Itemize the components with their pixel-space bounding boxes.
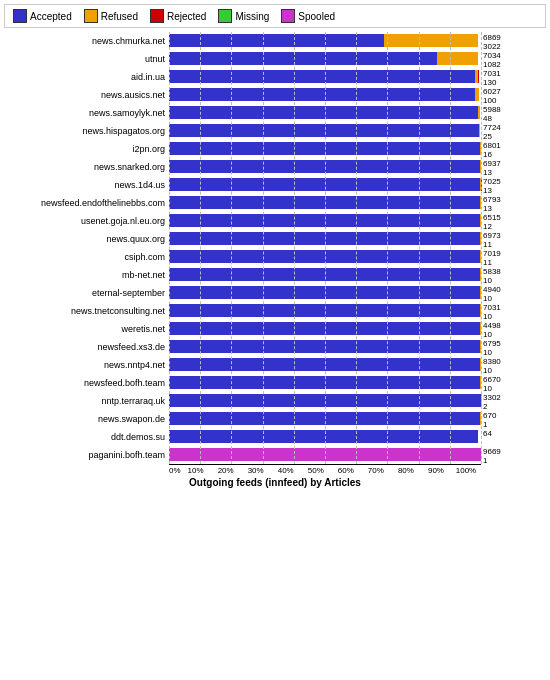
bar-segment [475, 88, 480, 101]
x-axis-label: 0% [169, 466, 181, 475]
bar-segment [169, 142, 480, 155]
chart-row: news.ausics.net6027100 [4, 86, 546, 103]
chart-row: aid.in.ua7031130 [4, 68, 546, 85]
bar-segment [437, 52, 478, 65]
bar-container: 96691 [169, 448, 546, 461]
bar-values: 679313 [483, 195, 501, 213]
chart-row: ddt.demos.su64 [4, 428, 546, 445]
x-axis-label: 50% [301, 466, 331, 475]
row-label: newsfeed.xs3.de [4, 342, 169, 352]
bar-container: 6027100 [169, 88, 546, 101]
row-label: news.hispagatos.org [4, 126, 169, 136]
bar-container: 583810 [169, 268, 546, 281]
x-axis-label: 40% [271, 466, 301, 475]
row-label: usenet.goja.nl.eu.org [4, 216, 169, 226]
bar-values: 838010 [483, 357, 501, 375]
bar-segment [169, 268, 480, 281]
spooled-label: Spooled [298, 11, 335, 22]
chart-row: news.chmurka.net68693022 [4, 32, 546, 49]
bar-segment [169, 160, 480, 173]
legend-accepted: Accepted [13, 9, 72, 23]
bar-segment [480, 232, 481, 245]
x-axis-label: 10% [181, 466, 211, 475]
chart-row: news.nntp4.net838010 [4, 356, 546, 373]
chart-row: news.quux.org697311 [4, 230, 546, 247]
bar-values: 33022 [483, 393, 501, 411]
chart-row: weretis.net449810 [4, 320, 546, 337]
bar-segment [480, 322, 481, 335]
bar-segment [169, 376, 480, 389]
accepted-label: Accepted [30, 11, 72, 22]
bar-container: 838010 [169, 358, 546, 371]
bar-container: 64 [169, 430, 546, 443]
legend: Accepted Refused Rejected Missing Spoole… [4, 4, 546, 28]
bar-container: 702513 [169, 178, 546, 191]
legend-missing: Missing [218, 9, 269, 23]
bar-container: 449810 [169, 322, 546, 335]
bar-segment [169, 88, 475, 101]
bar-container: 598848 [169, 106, 546, 119]
legend-refused: Refused [84, 9, 138, 23]
chart-row: mb-net.net583810 [4, 266, 546, 283]
chart-row: i2pn.org680116 [4, 140, 546, 157]
bar-values: 701911 [483, 249, 501, 267]
row-label: weretis.net [4, 324, 169, 334]
bar-container: 651512 [169, 214, 546, 227]
bar-container: 701911 [169, 250, 546, 263]
bar-values: 449810 [483, 321, 501, 339]
row-label: news.1d4.us [4, 180, 169, 190]
row-label: ddt.demos.su [4, 432, 169, 442]
rejected-color-box [150, 9, 164, 23]
bar-segment [169, 178, 480, 191]
chart-row: news.1d4.us702513 [4, 176, 546, 193]
bar-segment [479, 124, 480, 137]
rejected-label: Rejected [167, 11, 206, 22]
refused-color-box [84, 9, 98, 23]
chart-row: csiph.com701911 [4, 248, 546, 265]
accepted-color-box [13, 9, 27, 23]
bar-container: 679313 [169, 196, 546, 209]
row-label: news.quux.org [4, 234, 169, 244]
chart-row: newsfeed.bofh.team667010 [4, 374, 546, 391]
row-label: newsfeed.bofh.team [4, 378, 169, 388]
bar-segment [169, 340, 480, 353]
bar-segment [480, 268, 481, 281]
missing-color-box [218, 9, 232, 23]
bar-segment [169, 232, 480, 245]
bar-segment [480, 286, 481, 299]
chart-row: usenet.goja.nl.eu.org651512 [4, 212, 546, 229]
refused-label: Refused [101, 11, 138, 22]
bar-segment [169, 52, 437, 65]
bar-container: 680116 [169, 142, 546, 155]
bar-container: 679510 [169, 340, 546, 353]
chart-row: paganini.bofh.team96691 [4, 446, 546, 463]
bar-values: 667010 [483, 375, 501, 393]
bar-container: 697311 [169, 232, 546, 245]
row-label: i2pn.org [4, 144, 169, 154]
bar-segment [480, 142, 481, 155]
bar-values: 96691 [483, 447, 501, 465]
chart-row: utnut70341082 [4, 50, 546, 67]
x-axis-label: 20% [211, 466, 241, 475]
bar-segment [480, 196, 481, 209]
row-label: news.nntp4.net [4, 360, 169, 370]
row-label: utnut [4, 54, 169, 64]
bar-segment [169, 250, 480, 263]
bar-values: 583810 [483, 267, 501, 285]
bar-values: 697311 [483, 231, 501, 249]
spooled-color-box [281, 9, 295, 23]
bar-values: 651512 [483, 213, 501, 231]
missing-label: Missing [235, 11, 269, 22]
bar-segment [169, 196, 480, 209]
row-label: news.samoylyk.net [4, 108, 169, 118]
bar-segment [480, 160, 481, 173]
legend-rejected: Rejected [150, 9, 206, 23]
row-label: nntp.terraraq.uk [4, 396, 169, 406]
bar-values: 6701 [483, 411, 496, 429]
row-label: news.swapon.de [4, 414, 169, 424]
row-label: aid.in.ua [4, 72, 169, 82]
bar-segment [169, 124, 479, 137]
bar-segment [169, 286, 480, 299]
bar-values: 70341082 [483, 51, 501, 69]
bar-container: 693713 [169, 160, 546, 173]
